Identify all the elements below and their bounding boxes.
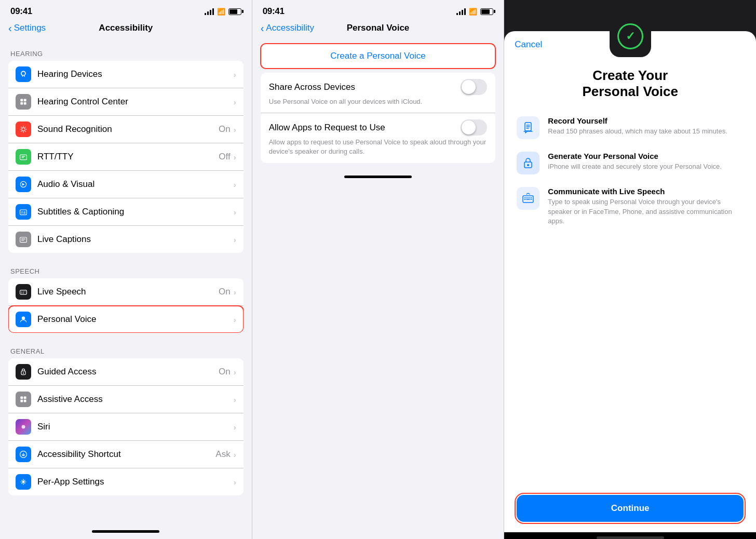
status-bar-1: 09:41 📶 <box>0 0 252 19</box>
create-personal-voice-label: Create a Personal Voice <box>330 51 425 61</box>
toggle-thumb <box>462 80 476 94</box>
home-indicator-1 <box>92 530 159 533</box>
nav-header-1: ‹ Settings Accessibility <box>0 19 252 39</box>
personal-voice-icon <box>16 312 31 327</box>
toggle-thumb-2 <box>462 120 476 134</box>
general-group: Guided Access On › Assistive Access › Si… <box>8 358 244 495</box>
list-item-guided-access[interactable]: Guided Access On › <box>8 358 244 386</box>
list-item-sound-recognition[interactable]: Sound Recognition On › <box>8 116 244 143</box>
subtitles-icon <box>16 204 31 220</box>
svg-point-9 <box>22 316 25 319</box>
speech-group: Live Speech On › Personal Voice › <box>8 278 244 333</box>
feature-communicate: Communicate with Live Speech Type to spe… <box>517 187 744 226</box>
list-item-hearing-devices[interactable]: Hearing Devices › <box>8 61 244 88</box>
share-devices-desc: Use Personal Voice on all your devices w… <box>269 97 488 106</box>
chevron-icon: › <box>234 180 236 189</box>
list-item-assistive-access[interactable]: Assistive Access › <box>8 386 244 413</box>
chevron-icon: › <box>234 153 236 161</box>
panel1-content: HEARING Hearing Devices › Hearing Contro… <box>0 39 252 526</box>
create-voice-title: Create YourPersonal Voice <box>582 68 678 100</box>
guided-access-value: On <box>219 367 231 377</box>
svg-rect-0 <box>20 99 23 101</box>
sound-recognition-icon <box>16 122 31 137</box>
allow-apps-desc: Allow apps to request to use Personal Vo… <box>269 138 488 156</box>
continue-button[interactable]: Continue <box>517 495 744 522</box>
hearing-control-icon <box>16 94 31 110</box>
section-speech: SPEECH <box>0 257 252 278</box>
back-button-2[interactable]: ‹ Accessibility <box>261 23 314 33</box>
live-captions-icon <box>16 232 31 247</box>
list-item-live-speech[interactable]: Live Speech On › <box>8 278 244 306</box>
panel-create-voice: Cancel ✓ Create YourPersonal Voice Recor… <box>504 0 756 539</box>
generate-icon <box>517 152 539 174</box>
cancel-button[interactable]: Cancel <box>515 39 542 50</box>
home-indicator-3 <box>597 536 664 539</box>
svg-rect-1 <box>24 99 26 101</box>
list-item-rtt-tty[interactable]: RTT/TTY Off › <box>8 143 244 171</box>
create-personal-voice-button[interactable]: Create a Personal Voice <box>261 44 496 69</box>
hearing-group: Hearing Devices › Hearing Control Center… <box>8 61 244 253</box>
battery-icon-2 <box>480 8 493 15</box>
create-personal-voice-group: Create a Personal Voice <box>261 44 496 69</box>
check-ring: ✓ <box>617 23 643 49</box>
sound-recognition-value: On <box>219 124 231 134</box>
feature-record-text: Record Yourself Read 150 phrases aloud, … <box>548 116 727 136</box>
back-label-2: Accessibility <box>266 23 314 33</box>
page-title-2: Personal Voice <box>347 23 410 33</box>
siri-label: Siri <box>37 422 234 432</box>
back-button-1[interactable]: ‹ Settings <box>8 23 46 33</box>
accessibility-shortcut-value: Ask <box>215 449 230 460</box>
chevron-icon: › <box>234 450 236 459</box>
live-captions-label: Live Captions <box>37 234 234 245</box>
rtt-icon <box>16 149 31 165</box>
assistive-access-label: Assistive Access <box>37 394 234 405</box>
svg-rect-4 <box>20 155 27 160</box>
chevron-icon: › <box>234 315 236 324</box>
audio-visual-label: Audio & Visual <box>37 179 234 190</box>
share-devices-title: Share Across Devices <box>269 82 355 92</box>
per-app-label: Per-App Settings <box>37 477 234 487</box>
record-icon <box>517 116 539 139</box>
signal-icon-2 <box>456 8 466 15</box>
accessibility-shortcut-icon <box>16 447 31 462</box>
allow-apps-item: Allow Apps to Request to Use Allow apps … <box>261 113 496 163</box>
live-speech-label: Live Speech <box>37 287 219 297</box>
svg-rect-13 <box>24 396 26 399</box>
feature-communicate-title: Communicate with Live Speech <box>548 187 744 196</box>
chevron-icon: › <box>234 98 236 106</box>
panel3-main: Cancel ✓ Create YourPersonal Voice Recor… <box>504 31 756 532</box>
features-list: Record Yourself Read 150 phrases aloud, … <box>517 116 744 226</box>
nav-header-2: ‹ Accessibility Personal Voice <box>252 19 504 39</box>
list-item-siri[interactable]: Siri › <box>8 413 244 441</box>
rtt-label: RTT/TTY <box>37 152 219 162</box>
allow-apps-row: Allow Apps to Request to Use <box>269 119 488 136</box>
pv-settings-group: Share Across Devices Use Personal Voice … <box>261 73 496 163</box>
svg-rect-2 <box>20 102 23 105</box>
list-item-live-captions[interactable]: Live Captions › <box>8 226 244 253</box>
list-item-accessibility-shortcut[interactable]: Accessibility Shortcut Ask › <box>8 441 244 468</box>
status-time-1: 09:41 <box>10 6 32 17</box>
feature-communicate-desc: Type to speak using Personal Voice throu… <box>548 197 744 226</box>
status-icons-1: 📶 <box>205 8 241 16</box>
list-item-per-app[interactable]: Per-App Settings › <box>8 468 244 495</box>
hearing-devices-icon <box>16 66 31 82</box>
list-item-personal-voice[interactable]: Personal Voice › <box>8 306 244 333</box>
assistive-access-icon <box>16 392 31 407</box>
allow-apps-title: Allow Apps to Request to Use <box>269 123 385 133</box>
status-time-2: 09:41 <box>263 6 285 17</box>
chevron-icon: › <box>234 395 236 404</box>
share-devices-toggle[interactable] <box>461 79 487 95</box>
rtt-value: Off <box>219 152 230 162</box>
list-item-hearing-control[interactable]: Hearing Control Center › <box>8 88 244 116</box>
feature-communicate-text: Communicate with Live Speech Type to spe… <box>548 187 744 226</box>
list-item-audio-visual[interactable]: Audio & Visual › <box>8 171 244 198</box>
allow-apps-toggle[interactable] <box>461 119 487 136</box>
feature-record-title: Record Yourself <box>548 116 727 125</box>
svg-point-16 <box>22 425 25 429</box>
chevron-icon: › <box>234 368 236 376</box>
guided-access-icon <box>16 364 31 380</box>
list-item-subtitles[interactable]: Subtitles & Captioning › <box>8 198 244 226</box>
svg-rect-7 <box>20 237 27 242</box>
svg-rect-14 <box>20 400 23 402</box>
feature-generate: Generate Your Personal Voice iPhone will… <box>517 152 744 174</box>
